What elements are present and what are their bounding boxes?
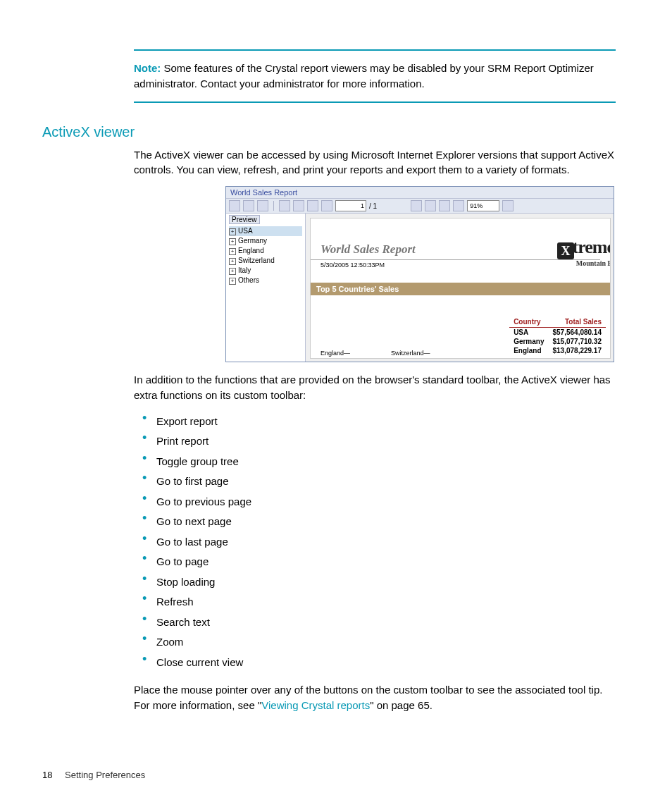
last-page-icon[interactable] [321, 200, 332, 211]
first-page-icon[interactable] [279, 200, 290, 211]
stop-icon[interactable] [411, 200, 422, 211]
note-label: Note: [134, 62, 161, 74]
list-item: Close current view [154, 653, 616, 673]
custom-toolbar: 1 / 1 91% [226, 199, 614, 214]
functions-list: Export reportPrint reportToggle group tr… [134, 412, 616, 673]
search-icon[interactable] [453, 200, 464, 211]
group-tree-icon[interactable] [257, 200, 268, 211]
list-item: Go to next page [154, 512, 616, 532]
tree-item[interactable]: +USA [229, 226, 302, 236]
group-tree-pane: Preview +USA+Germany+England+Switzerland… [226, 214, 306, 362]
page-footer: 18 Setting Preferences [42, 770, 616, 780]
list-item: Print report [154, 431, 616, 452]
list-item: Go to page [154, 552, 616, 572]
viewing-crystal-reports-link[interactable]: Viewing Crystal reports [261, 699, 370, 711]
tree-item[interactable]: +England [229, 246, 302, 256]
zoom-select[interactable]: 91% [467, 200, 499, 211]
export-icon[interactable] [229, 200, 240, 211]
table-row: Germany$15,077,710.32 [509, 337, 606, 346]
col-country: Country [509, 316, 548, 328]
tree-item[interactable]: +Germany [229, 236, 302, 246]
mid-paragraph: In addition to the functions that are pr… [134, 372, 616, 403]
list-item: Zoom [154, 632, 616, 653]
list-item: Stop loading [154, 572, 616, 593]
list-item: Go to previous page [154, 492, 616, 512]
prev-page-icon[interactable] [293, 200, 304, 211]
zoom-dropdown-icon[interactable] [502, 200, 514, 211]
tail-paragraph: Place the mouse pointer over any of the … [134, 682, 616, 713]
sales-table: Country Total Sales USA$57,564,080.14Ger… [509, 316, 606, 355]
page-number: 18 [42, 770, 52, 780]
section-band: Top 5 Countries' Sales [311, 283, 610, 295]
list-item: Go to last page [154, 532, 616, 553]
print-icon[interactable] [243, 200, 254, 211]
refresh-icon[interactable] [425, 200, 436, 211]
activex-screenshot: World Sales Report 1 / 1 91% [225, 186, 614, 362]
note-block: Note: Some features of the Crystal repor… [134, 61, 616, 92]
table-row: USA$57,564,080.14 [509, 328, 606, 338]
list-item: Go to first page [154, 472, 616, 492]
list-item: Toggle group tree [154, 452, 616, 472]
tree-item[interactable]: +Italy [229, 266, 302, 276]
report-area: World Sales Report 5/30/2005 12:50:33PM … [306, 214, 614, 362]
window-title: World Sales Report [226, 187, 614, 199]
tree-item[interactable]: +Switzerland [229, 256, 302, 266]
page-total: / 1 [369, 202, 377, 210]
page-number-input[interactable]: 1 [335, 200, 366, 211]
section-name: Setting Preferences [65, 770, 145, 780]
note-text: Some features of the Crystal report view… [134, 62, 594, 90]
xtreme-logo: Xtreme Mountain Bi [557, 237, 611, 267]
list-item: Export report [154, 412, 616, 432]
chart-label: England— [321, 350, 350, 357]
preview-tab[interactable]: Preview [229, 215, 260, 224]
table-row: England$13,078,229.17 [509, 346, 606, 355]
intro-paragraph: The ActiveX viewer can be accessed by us… [134, 147, 616, 178]
list-item: Refresh [154, 592, 616, 612]
help-icon[interactable] [439, 200, 450, 211]
next-page-icon[interactable] [307, 200, 318, 211]
section-heading: ActiveX viewer [42, 124, 616, 140]
tree-item[interactable]: +Others [229, 276, 302, 285]
col-total-sales: Total Sales [548, 316, 606, 328]
chart-label: Switzerland— [391, 350, 430, 357]
list-item: Search text [154, 612, 616, 633]
